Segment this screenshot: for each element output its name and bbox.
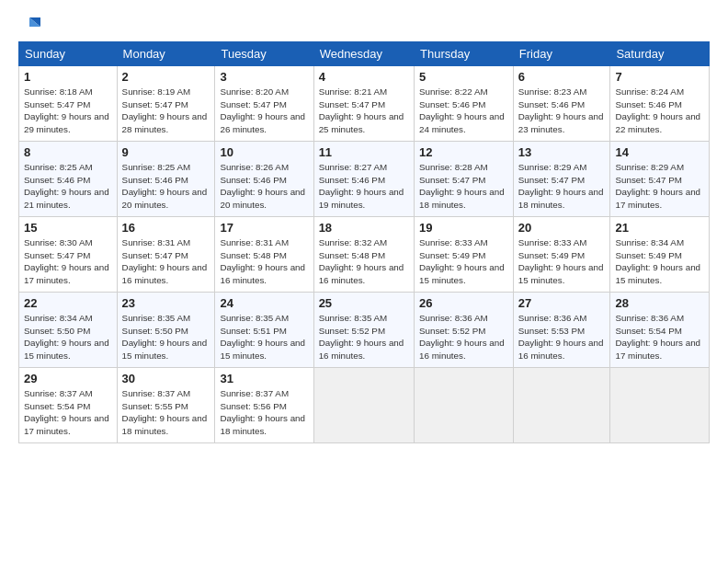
logo-icon: [20, 14, 44, 38]
calendar-cell: 28 Sunrise: 8:36 AMSunset: 5:54 PMDaylig…: [610, 293, 710, 368]
day-number: 13: [518, 145, 606, 159]
logo: [18, 14, 46, 32]
calendar-cell: 14 Sunrise: 8:29 AMSunset: 5:47 PMDaylig…: [610, 142, 710, 217]
calendar-cell: [513, 368, 610, 443]
calendar-cell: 4 Sunrise: 8:21 AMSunset: 5:47 PMDayligh…: [313, 66, 414, 142]
day-number: 19: [419, 221, 508, 235]
calendar-cell: 31 Sunrise: 8:37 AMSunset: 5:56 PMDaylig…: [215, 368, 313, 443]
day-number: 14: [615, 145, 704, 159]
calendar-cell: 8 Sunrise: 8:25 AMSunset: 5:46 PMDayligh…: [19, 142, 118, 217]
calendar-cell: 5 Sunrise: 8:22 AMSunset: 5:46 PMDayligh…: [415, 66, 514, 142]
calendar-cell: 22 Sunrise: 8:34 AMSunset: 5:50 PMDaylig…: [19, 293, 118, 368]
day-number: 21: [615, 221, 704, 235]
day-number: 12: [419, 145, 508, 159]
calendar-cell: 29 Sunrise: 8:37 AMSunset: 5:54 PMDaylig…: [19, 368, 118, 443]
day-info: Sunrise: 8:25 AMSunset: 5:46 PMDaylight:…: [24, 162, 109, 210]
day-info: Sunrise: 8:29 AMSunset: 5:47 PMDaylight:…: [615, 162, 700, 210]
calendar-cell: 19 Sunrise: 8:33 AMSunset: 5:49 PMDaylig…: [415, 217, 514, 293]
calendar-cell: [415, 368, 514, 443]
day-number: 3: [220, 70, 308, 84]
calendar-cell: 6 Sunrise: 8:23 AMSunset: 5:46 PMDayligh…: [513, 66, 610, 142]
day-number: 23: [122, 296, 210, 310]
day-info: Sunrise: 8:30 AMSunset: 5:47 PMDaylight:…: [24, 237, 109, 285]
calendar-cell: 18 Sunrise: 8:32 AMSunset: 5:48 PMDaylig…: [313, 217, 414, 293]
day-number: 7: [615, 70, 704, 84]
day-info: Sunrise: 8:26 AMSunset: 5:46 PMDaylight:…: [220, 162, 305, 210]
day-number: 18: [319, 221, 409, 235]
day-info: Sunrise: 8:35 AMSunset: 5:52 PMDaylight:…: [319, 313, 404, 361]
calendar-cell: 21 Sunrise: 8:34 AMSunset: 5:49 PMDaylig…: [610, 217, 710, 293]
day-info: Sunrise: 8:35 AMSunset: 5:50 PMDaylight:…: [122, 313, 208, 361]
calendar-week-2: 8 Sunrise: 8:25 AMSunset: 5:46 PMDayligh…: [19, 142, 710, 217]
calendar-dow-saturday: Saturday: [610, 42, 710, 66]
day-info: Sunrise: 8:34 AMSunset: 5:49 PMDaylight:…: [615, 237, 700, 285]
page-header: [18, 14, 710, 32]
calendar-cell: 3 Sunrise: 8:20 AMSunset: 5:47 PMDayligh…: [215, 66, 313, 142]
day-info: Sunrise: 8:19 AMSunset: 5:47 PMDaylight:…: [122, 86, 208, 134]
calendar-cell: 12 Sunrise: 8:28 AMSunset: 5:47 PMDaylig…: [415, 142, 514, 217]
day-info: Sunrise: 8:34 AMSunset: 5:50 PMDaylight:…: [24, 313, 109, 361]
calendar-cell: 30 Sunrise: 8:37 AMSunset: 5:55 PMDaylig…: [117, 368, 215, 443]
day-number: 20: [518, 221, 606, 235]
day-number: 29: [24, 372, 112, 385]
day-info: Sunrise: 8:25 AMSunset: 5:46 PMDaylight:…: [122, 162, 208, 210]
day-number: 1: [24, 70, 112, 84]
calendar-header-row: SundayMondayTuesdayWednesdayThursdayFrid…: [19, 42, 710, 66]
day-number: 27: [518, 296, 606, 310]
day-number: 31: [220, 372, 308, 385]
calendar-cell: 15 Sunrise: 8:30 AMSunset: 5:47 PMDaylig…: [19, 217, 118, 293]
calendar-cell: 24 Sunrise: 8:35 AMSunset: 5:51 PMDaylig…: [215, 293, 313, 368]
calendar-week-1: 1 Sunrise: 8:18 AMSunset: 5:47 PMDayligh…: [19, 66, 710, 142]
day-number: 9: [122, 145, 210, 159]
calendar-cell: [313, 368, 414, 443]
day-info: Sunrise: 8:37 AMSunset: 5:56 PMDaylight:…: [220, 388, 305, 436]
day-number: 8: [24, 145, 112, 159]
day-info: Sunrise: 8:28 AMSunset: 5:47 PMDaylight:…: [419, 162, 505, 210]
calendar-dow-monday: Monday: [117, 42, 215, 66]
day-info: Sunrise: 8:36 AMSunset: 5:52 PMDaylight:…: [419, 313, 505, 361]
calendar-cell: [610, 368, 710, 443]
calendar-dow-friday: Friday: [513, 42, 610, 66]
calendar-cell: 27 Sunrise: 8:36 AMSunset: 5:53 PMDaylig…: [513, 293, 610, 368]
day-info: Sunrise: 8:27 AMSunset: 5:46 PMDaylight:…: [319, 162, 404, 210]
day-info: Sunrise: 8:21 AMSunset: 5:47 PMDaylight:…: [319, 86, 404, 134]
day-info: Sunrise: 8:33 AMSunset: 5:49 PMDaylight:…: [419, 237, 505, 285]
calendar-dow-tuesday: Tuesday: [215, 42, 313, 66]
day-info: Sunrise: 8:22 AMSunset: 5:46 PMDaylight:…: [419, 86, 505, 134]
calendar-table: SundayMondayTuesdayWednesdayThursdayFrid…: [18, 41, 710, 443]
day-number: 17: [220, 221, 308, 235]
day-info: Sunrise: 8:35 AMSunset: 5:51 PMDaylight:…: [220, 313, 305, 361]
calendar-cell: 9 Sunrise: 8:25 AMSunset: 5:46 PMDayligh…: [117, 142, 215, 217]
calendar-cell: 16 Sunrise: 8:31 AMSunset: 5:47 PMDaylig…: [117, 217, 215, 293]
day-number: 24: [220, 296, 308, 310]
calendar-week-3: 15 Sunrise: 8:30 AMSunset: 5:47 PMDaylig…: [19, 217, 710, 293]
day-number: 10: [220, 145, 308, 159]
calendar-cell: 23 Sunrise: 8:35 AMSunset: 5:50 PMDaylig…: [117, 293, 215, 368]
calendar-cell: 2 Sunrise: 8:19 AMSunset: 5:47 PMDayligh…: [117, 66, 215, 142]
day-number: 26: [419, 296, 508, 310]
day-info: Sunrise: 8:20 AMSunset: 5:47 PMDaylight:…: [220, 86, 305, 134]
calendar-cell: 10 Sunrise: 8:26 AMSunset: 5:46 PMDaylig…: [215, 142, 313, 217]
calendar-cell: 20 Sunrise: 8:33 AMSunset: 5:49 PMDaylig…: [513, 217, 610, 293]
calendar-dow-wednesday: Wednesday: [313, 42, 414, 66]
day-number: 5: [419, 70, 508, 84]
day-info: Sunrise: 8:36 AMSunset: 5:53 PMDaylight:…: [518, 313, 604, 361]
calendar-cell: 1 Sunrise: 8:18 AMSunset: 5:47 PMDayligh…: [19, 66, 118, 142]
day-info: Sunrise: 8:29 AMSunset: 5:47 PMDaylight:…: [518, 162, 604, 210]
calendar-cell: 26 Sunrise: 8:36 AMSunset: 5:52 PMDaylig…: [415, 293, 514, 368]
calendar-cell: 13 Sunrise: 8:29 AMSunset: 5:47 PMDaylig…: [513, 142, 610, 217]
day-number: 15: [24, 221, 112, 235]
day-info: Sunrise: 8:37 AMSunset: 5:54 PMDaylight:…: [24, 388, 109, 436]
day-info: Sunrise: 8:37 AMSunset: 5:55 PMDaylight:…: [122, 388, 208, 436]
day-info: Sunrise: 8:31 AMSunset: 5:48 PMDaylight:…: [220, 237, 305, 285]
day-info: Sunrise: 8:31 AMSunset: 5:47 PMDaylight:…: [122, 237, 208, 285]
day-number: 2: [122, 70, 210, 84]
day-number: 4: [319, 70, 409, 84]
day-number: 28: [615, 296, 704, 310]
calendar-cell: 17 Sunrise: 8:31 AMSunset: 5:48 PMDaylig…: [215, 217, 313, 293]
calendar-dow-sunday: Sunday: [19, 42, 118, 66]
day-number: 30: [122, 372, 210, 385]
calendar-cell: 25 Sunrise: 8:35 AMSunset: 5:52 PMDaylig…: [313, 293, 414, 368]
calendar-week-4: 22 Sunrise: 8:34 AMSunset: 5:50 PMDaylig…: [19, 293, 710, 368]
day-info: Sunrise: 8:18 AMSunset: 5:47 PMDaylight:…: [24, 86, 109, 134]
